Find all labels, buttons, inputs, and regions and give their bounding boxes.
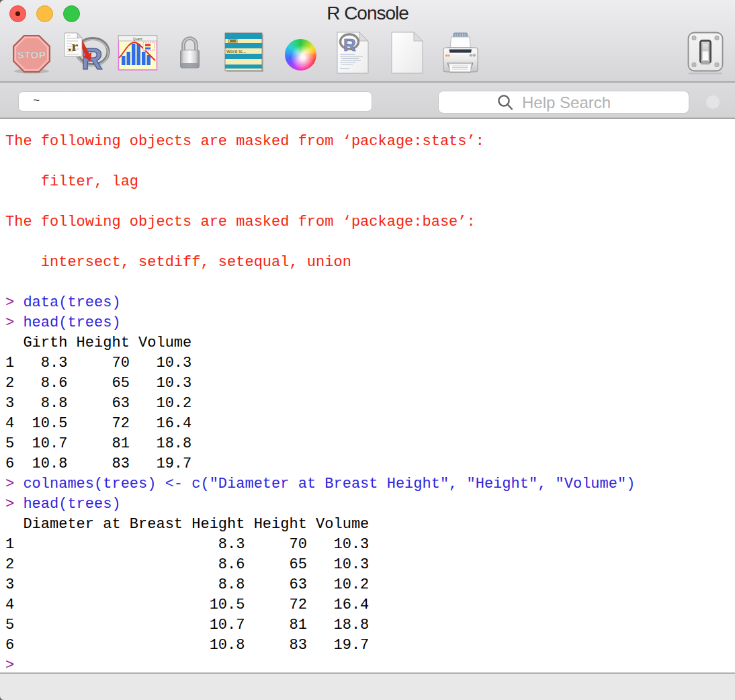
svg-text:Quartz: Quartz [133, 38, 142, 41]
svg-text:STOP: STOP [17, 49, 46, 60]
svg-text:R: R [343, 35, 356, 55]
svg-text:.r: .r [68, 38, 79, 54]
svg-text:Word is...: Word is... [226, 49, 246, 54]
